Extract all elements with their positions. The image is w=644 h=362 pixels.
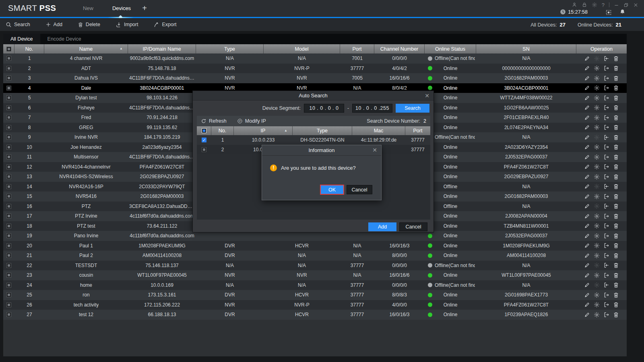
edit-icon[interactable] [584,243,590,249]
logout-icon[interactable] [603,213,609,219]
config-icon[interactable] [594,302,600,308]
edit-icon[interactable] [584,253,590,259]
edit-icon[interactable] [584,154,590,160]
config-icon[interactable] [594,203,600,209]
config-icon[interactable] [594,134,600,140]
segment-end-input[interactable]: 10 . 0 . 0 .255 [352,104,392,113]
export-button[interactable]: Export [153,22,176,28]
config-icon[interactable] [594,75,600,81]
delete-icon[interactable] [613,144,619,150]
delete-icon[interactable] [613,243,619,249]
edit-icon[interactable] [584,124,590,130]
search-button[interactable]: Search [6,22,30,28]
delete-icon[interactable] [613,272,619,278]
delete-icon[interactable] [613,75,619,81]
login-icon[interactable] [603,134,609,140]
delete-icon[interactable] [613,213,619,219]
edit-icon[interactable] [584,302,590,308]
logout-icon[interactable] [603,154,609,160]
config-icon[interactable] [594,272,600,278]
close-icon[interactable]: ✕ [425,91,429,101]
config-icon[interactable] [594,105,600,111]
config-icon[interactable] [594,56,600,62]
add-device-button[interactable]: Add [368,222,396,231]
logout-icon[interactable] [603,243,609,249]
row-checkbox[interactable] [6,263,11,268]
delete-icon[interactable] [613,95,619,101]
config-icon[interactable] [594,243,600,249]
restore-icon[interactable] [623,2,629,8]
add-button[interactable]: Add [45,22,62,27]
logout-icon[interactable] [603,65,609,71]
logout-icon[interactable] [603,105,609,111]
select-all-checkbox[interactable] [3,44,14,53]
config-icon[interactable] [594,164,600,170]
logout-icon[interactable] [603,312,609,318]
column-header[interactable]: Operation [576,44,627,53]
table-row[interactable]: 22TESTSDT75.146.118.137N/AN/A377770/0/0/… [3,261,627,271]
edit-icon[interactable] [584,223,590,229]
delete-icon[interactable] [613,85,619,91]
segment-search-button[interactable]: Search [396,104,429,113]
table-row[interactable]: 14 channel NVR9002a9b9cf63.quickddns.com… [3,53,627,64]
row-checkbox[interactable] [6,145,11,150]
tab-devices[interactable]: Devices [109,0,134,17]
config-icon[interactable] [594,282,600,288]
logout-icon[interactable] [603,95,609,101]
edit-icon[interactable] [584,272,590,278]
delete-icon[interactable] [613,253,619,259]
logout-icon[interactable] [603,272,609,278]
delete-icon[interactable] [613,115,619,121]
gear-icon[interactable] [592,2,597,8]
login-icon[interactable] [603,282,609,288]
delete-icon[interactable] [613,312,619,318]
subtab-encode-device[interactable]: Encode Device [40,34,89,44]
table-row[interactable]: 27test 1266.188.18.13DVRHCVR3777716/0/16… [3,310,627,320]
delete-icon[interactable] [613,105,619,111]
logout-icon[interactable] [603,193,609,200]
row-checkbox[interactable] [6,154,11,159]
edit-icon[interactable] [584,105,590,111]
auto-search-row[interactable]: ✓110.0.0.233DH-SD22204TN-GN4c:11:bf:29:0… [197,135,430,145]
config-icon[interactable] [594,65,600,71]
delete-button[interactable]: Delete [78,22,100,28]
login-icon[interactable] [603,203,609,209]
row-checkbox[interactable] [6,312,11,317]
delete-icon[interactable] [613,262,619,268]
logout-icon[interactable] [603,164,609,170]
row-checkbox[interactable]: ✓ [202,138,206,142]
logout-icon[interactable] [603,223,609,229]
column-header[interactable]: Type [196,44,264,53]
row-checkbox[interactable] [6,224,11,228]
edit-icon[interactable] [584,213,590,219]
config-icon[interactable] [594,213,600,219]
edit-icon[interactable] [584,56,590,62]
config-icon[interactable] [594,292,600,298]
minimize-icon[interactable] [614,2,619,8]
logout-icon[interactable] [603,292,609,298]
edit-icon[interactable] [584,134,590,140]
lock-icon[interactable] [582,2,587,8]
delete-icon[interactable] [613,65,619,71]
table-row[interactable]: 26tech activity172.115.206.222NVRNVR-P37… [3,300,627,310]
row-checkbox[interactable] [6,214,11,218]
edit-icon[interactable] [584,85,590,91]
login-icon[interactable] [603,56,609,62]
table-row[interactable]: 2ADT75.148.78.18NVRNVR-P377774/0/4/2Onli… [3,64,627,74]
edit-icon[interactable] [584,292,590,298]
information-cancel-button[interactable]: Cancel [347,185,372,194]
row-checkbox[interactable] [6,115,11,120]
config-icon[interactable] [594,95,600,101]
login-icon[interactable] [603,262,609,268]
config-icon[interactable] [594,183,600,189]
table-row[interactable]: 23cousinWT1L00F97PAE00045NVRNVRN/A16/0/1… [3,270,627,280]
column-header[interactable]: Online Status [425,44,476,53]
import-button[interactable]: Import [116,22,138,28]
bell-icon[interactable] [619,9,625,15]
table-row[interactable]: 20Paul 11M0208FPAEKUM9GDVRHCVRN/A16/0/16… [3,241,627,251]
row-checkbox[interactable] [6,184,11,189]
delete-icon[interactable] [613,223,619,229]
row-checkbox[interactable] [6,76,11,80]
logout-icon[interactable] [603,253,609,259]
row-checkbox[interactable] [6,66,11,71]
